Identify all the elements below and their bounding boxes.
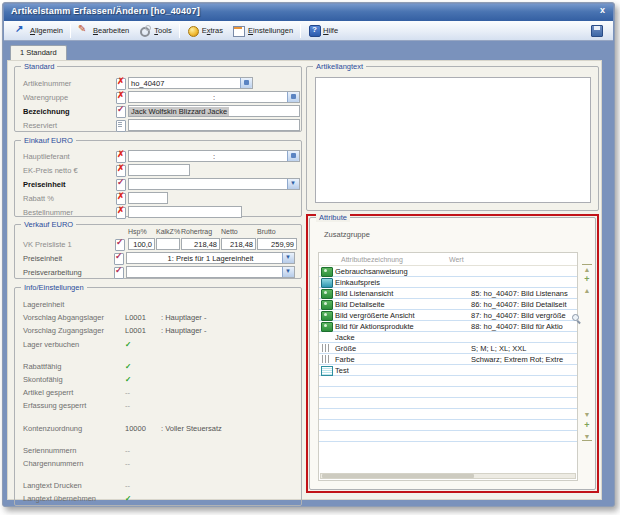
chevron-down-icon[interactable] xyxy=(282,267,294,277)
add-row-icon[interactable]: + xyxy=(582,275,592,284)
form-row: Preiseinheit 1: Preis für 1 Lagereinheit xyxy=(15,251,301,265)
menu-extras[interactable]: Extras xyxy=(182,23,228,39)
group-verkauf: Verkauf EURO Hsp% KalkZ% Rohertrag Netto… xyxy=(14,224,302,279)
attribute-row[interactable]: Bild Listenansicht85: ho_40407: Bild Lis… xyxy=(319,288,577,299)
field-status-icon xyxy=(115,120,128,131)
attribute-type-icon xyxy=(319,333,335,342)
attribute-row-empty[interactable] xyxy=(319,409,577,420)
menu-hilfe[interactable]: Hilfe xyxy=(303,23,343,39)
langtext-textarea[interactable] xyxy=(315,77,591,203)
field-status-icon xyxy=(113,253,126,264)
chevron-down-icon[interactable] xyxy=(287,179,299,189)
chevron-down-icon[interactable] xyxy=(282,253,294,263)
field-label: Preiseinheit xyxy=(23,254,113,263)
field-label: Bezeichnung xyxy=(23,107,115,116)
field-label: Warengruppe xyxy=(23,93,115,102)
scroll-up-icon[interactable]: ▲ xyxy=(582,286,592,295)
lookup-button[interactable] xyxy=(287,92,299,102)
titlebar[interactable]: Artikelstamm Erfassen/Ändern [ho_40407] … xyxy=(4,4,613,21)
attribute-type-icon xyxy=(319,300,335,309)
horizontal-scrollbar[interactable] xyxy=(320,473,576,479)
group-caption: Attribute xyxy=(316,213,350,222)
scroll-to-bottom-icon[interactable]: ▼ xyxy=(582,432,592,441)
preiseinheit-ek-dropdown[interactable] xyxy=(128,178,300,190)
attribute-type-icon xyxy=(319,311,335,320)
attribute-row[interactable]: GrößeS; M; L; XL; XXL xyxy=(319,343,577,354)
group-caption: Standard xyxy=(21,62,57,71)
list-toolbar-rail: ▲ + ▲ ▼ + ▼ xyxy=(580,264,593,481)
menu-tools[interactable]: Tools xyxy=(134,23,177,39)
preisverarbeitung-dropdown[interactable] xyxy=(126,266,295,278)
brutto-field[interactable]: 259,99 xyxy=(257,238,297,250)
kalkz-field[interactable] xyxy=(156,238,180,250)
field-label: Preiseinheit xyxy=(23,180,115,189)
attribute-row[interactable]: Einkaufspreis xyxy=(319,277,577,288)
add-row-icon[interactable]: + xyxy=(582,421,592,430)
menu-allgemein[interactable]: Allgemein xyxy=(10,23,68,39)
attribute-row[interactable]: Bild für Aktionsprodukte88: ho_40407: Bi… xyxy=(319,321,577,332)
menu-label: Extras xyxy=(202,26,223,35)
attribute-type-icon xyxy=(319,267,335,276)
attribute-row[interactable]: Jacke xyxy=(319,332,577,343)
search-icon[interactable] xyxy=(572,314,581,323)
info-row: Artikel gesperrt-- xyxy=(15,386,301,399)
close-icon[interactable]: x xyxy=(600,5,605,15)
info-row: Vorschlag AbgangslagerL0001: Hauptlager … xyxy=(15,311,301,324)
reserviert-field[interactable] xyxy=(128,119,300,131)
hauptlieferant-field[interactable]: : xyxy=(128,150,300,162)
form-row: Bezeichnung Jack Wolfskin Blizzard Jacke xyxy=(15,104,301,118)
attribute-row-empty[interactable] xyxy=(319,420,577,431)
menu-einstellungen[interactable]: Einstellungen xyxy=(228,23,298,39)
attribute-row[interactable]: Bild vergrößerte Ansicht87: ho_40407: Bi… xyxy=(319,310,577,321)
column-header: Rohertrag xyxy=(181,228,220,237)
attribute-type-icon xyxy=(319,322,335,331)
field-label: Hauptlieferant xyxy=(23,152,115,161)
form-row: Hauptlieferant : xyxy=(15,149,301,163)
attribute-list: Attributbezeichnung Wert Gebrauchsanweis… xyxy=(318,252,578,481)
menu-bearbeiten[interactable]: Bearbeiten xyxy=(73,23,134,39)
scrollbar-thumb[interactable] xyxy=(322,474,474,478)
lookup-button[interactable] xyxy=(240,78,252,88)
info-row: Kontenzuordnung10000: Voller Steuersatz xyxy=(15,422,301,435)
bestellnummer-field[interactable] xyxy=(128,206,242,218)
field-status-icon xyxy=(115,207,128,218)
preiseinheit-vk-dropdown[interactable]: 1: Preis für 1 Lagereinheit xyxy=(126,252,295,264)
attribute-row-empty[interactable] xyxy=(319,398,577,409)
artikelnummer-field[interactable]: ho_40407 xyxy=(128,77,253,89)
field-label: EK-Preis netto € xyxy=(23,166,115,175)
field-status-icon xyxy=(115,92,128,103)
info-row: Chargennummern-- xyxy=(15,457,301,470)
scroll-to-top-icon[interactable]: ▲ xyxy=(582,264,592,273)
hsp-field[interactable]: 100,0 xyxy=(128,238,155,250)
group-attribute: Attribute Zusatzgruppe Attributbezeichnu… xyxy=(309,217,596,490)
attribute-type-icon xyxy=(319,289,335,298)
column-header: Netto xyxy=(221,228,256,237)
netto-field[interactable]: 218,48 xyxy=(221,238,256,250)
save-icon[interactable] xyxy=(591,25,603,37)
warengruppe-field[interactable]: : xyxy=(128,91,300,103)
tab-standard[interactable]: 1 Standard xyxy=(10,45,67,60)
rohertrag-field[interactable]: 218,48 xyxy=(181,238,220,250)
field-label: Reserviert xyxy=(23,121,115,130)
attribute-row-empty[interactable] xyxy=(319,431,577,442)
attribute-row[interactable]: Gebrauchsanweisung xyxy=(319,266,577,277)
attribute-highlight-rectangle: Attribute Zusatzgruppe Attributbezeichnu… xyxy=(306,214,599,493)
bezeichnung-field[interactable]: Jack Wolfskin Blizzard Jacke xyxy=(128,105,300,117)
lookup-button[interactable] xyxy=(287,151,299,161)
menu-separator xyxy=(300,24,301,38)
right-column: Artikellangtext Attribute Zusatzgruppe A… xyxy=(306,61,600,499)
field-label: VK Preisliste 1 xyxy=(23,240,113,249)
scroll-down-icon[interactable]: ▼ xyxy=(582,410,592,419)
attribute-row-empty[interactable] xyxy=(319,376,577,387)
tab-strip: 1 Standard xyxy=(4,42,613,60)
form-row: Preiseinheit xyxy=(15,177,301,191)
info-row: Lager verbuchen✓ xyxy=(15,338,301,351)
rabatt-field[interactable] xyxy=(128,192,168,204)
attribute-row[interactable]: Bild Detailseite86: ho_40407: Bild Detai… xyxy=(319,299,577,310)
field-status-icon xyxy=(113,267,126,278)
attribute-row[interactable]: FarbeSchwarz; Extrem Rot; Extre xyxy=(319,354,577,365)
attribute-row[interactable]: Test xyxy=(319,365,577,376)
attribute-row-empty[interactable] xyxy=(319,387,577,398)
ek-preis-field[interactable] xyxy=(128,164,190,176)
column-header: Hsp% xyxy=(128,228,155,237)
